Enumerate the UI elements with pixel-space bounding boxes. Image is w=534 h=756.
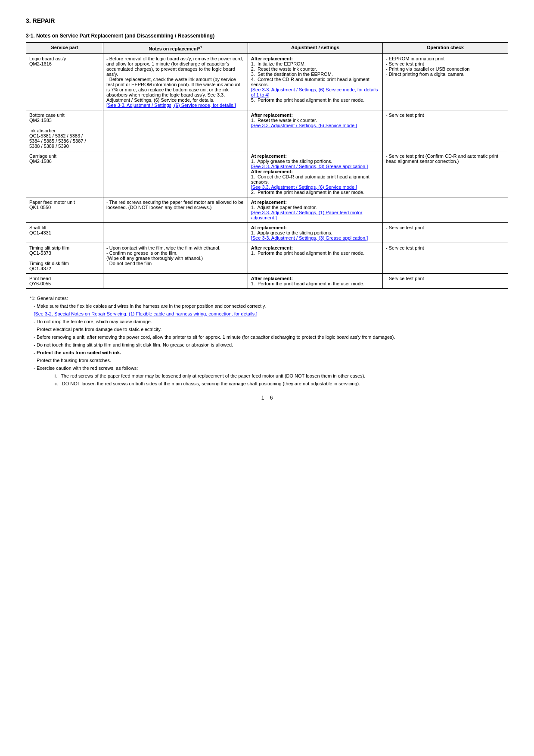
notes-cell bbox=[103, 151, 248, 197]
footnote-item-link: [See 3-2. Special Notes on Repair Servic… bbox=[26, 311, 508, 316]
service-part-cell: Timing slit strip filmQC1-5373 Timing sl… bbox=[26, 243, 103, 273]
operation-cell: - EEPROM information print - Service tes… bbox=[383, 53, 508, 110]
footnote-item-1: - Make sure that the flexible cables and… bbox=[26, 303, 508, 309]
footnote-item-6: - Protect the units from soiled with ink… bbox=[26, 350, 508, 355]
col-header-op: Operation check bbox=[383, 43, 508, 54]
adjustment-cell: After replacement: 1. Perform the print … bbox=[248, 243, 382, 273]
service-part-cell: Carriage unitQM2-1586 bbox=[26, 151, 103, 197]
notes-cell bbox=[103, 273, 248, 288]
table-row: Paper feed motor unitQK1-0550 - The red … bbox=[26, 197, 508, 222]
footnote-marker: *1: General notes: bbox=[26, 296, 508, 301]
adjustment-cell: After replacement: 1. Reset the waste in… bbox=[248, 110, 382, 151]
notes-cell: - Upon contact with the film, wipe the f… bbox=[103, 243, 248, 273]
service-part-cell: Shaft liftQC1-4331 bbox=[26, 222, 103, 243]
table-row: Carriage unitQM2-1586 At replacement: 1.… bbox=[26, 151, 508, 197]
service-part-cell: Print headQY6-0055 bbox=[26, 273, 103, 288]
notes-cell: - The red screws securing the paper feed… bbox=[103, 197, 248, 222]
service-part-cell: Paper feed motor unitQK1-0550 bbox=[26, 197, 103, 222]
service-part-cell: Logic board ass'yQM2-1616 bbox=[26, 53, 103, 110]
adjustment-cell: After replacement: 1. Initialize the EEP… bbox=[248, 53, 382, 110]
service-part-cell: Bottom case unitQM2-1583 Ink absorberQC1… bbox=[26, 110, 103, 151]
operation-cell: - Service test print bbox=[383, 110, 508, 151]
table-row: Bottom case unitQM2-1583 Ink absorberQC1… bbox=[26, 110, 508, 151]
adjustment-cell: At replacement: 1. Adjust the paper feed… bbox=[248, 197, 382, 222]
col-header-adjust: Adjustment / settings bbox=[248, 43, 382, 54]
adjustment-cell: At replacement: 1. Apply grease to the s… bbox=[248, 222, 382, 243]
operation-cell: - Service test print bbox=[383, 273, 508, 288]
adjustment-cell: At replacement: 1. Apply grease to the s… bbox=[248, 151, 382, 197]
table-row: Shaft liftQC1-4331 At replacement: 1. Ap… bbox=[26, 222, 508, 243]
main-title: 3. REPAIR bbox=[26, 17, 508, 24]
section-subtitle: 3-1. Notes on Service Part Replacement (… bbox=[26, 33, 508, 39]
footnote-item-8: - Exercise caution with the red screws, … bbox=[26, 366, 508, 371]
operation-cell: - Service test print (Confirm CD-R and a… bbox=[383, 151, 508, 197]
service-part-table: Service part Notes on replacement*1 Adju… bbox=[26, 42, 508, 289]
footnote-section: *1: General notes: - Make sure that the … bbox=[26, 296, 508, 386]
adjustment-cell: After replacement: 1. Perform the print … bbox=[248, 273, 382, 288]
operation-cell bbox=[383, 197, 508, 222]
footnote-item-2: - Do not drop the ferrite core, which ma… bbox=[26, 319, 508, 324]
col-header-service: Service part bbox=[26, 43, 103, 54]
table-row: Timing slit strip filmQC1-5373 Timing sl… bbox=[26, 243, 508, 273]
notes-cell bbox=[103, 110, 248, 151]
footnote-item-5: - Do not touch the timing slit strip fil… bbox=[26, 342, 508, 347]
footnote-sub-item-2: ii. DO NOT loosen the red screws on both… bbox=[26, 381, 508, 386]
footnote-item-3: - Protect electrical parts from damage d… bbox=[26, 327, 508, 332]
table-row: Logic board ass'yQM2-1616 - Before remov… bbox=[26, 53, 508, 110]
operation-cell: - Service test print bbox=[383, 243, 508, 273]
notes-cell: - Before removal of the logic board ass'… bbox=[103, 53, 248, 110]
page-number: 1 – 6 bbox=[26, 395, 508, 401]
footnote-sub-item-1: i. The red screws of the paper feed moto… bbox=[26, 373, 508, 378]
footnote-item-4: - Before removing a unit, after removing… bbox=[26, 334, 508, 340]
table-row: Print headQY6-0055 After replacement: 1.… bbox=[26, 273, 508, 288]
col-header-notes: Notes on replacement*1 bbox=[103, 43, 248, 54]
notes-cell bbox=[103, 222, 248, 243]
operation-cell: - Service test print bbox=[383, 222, 508, 243]
footnote-item-7: - Protect the housing from scratches. bbox=[26, 358, 508, 363]
